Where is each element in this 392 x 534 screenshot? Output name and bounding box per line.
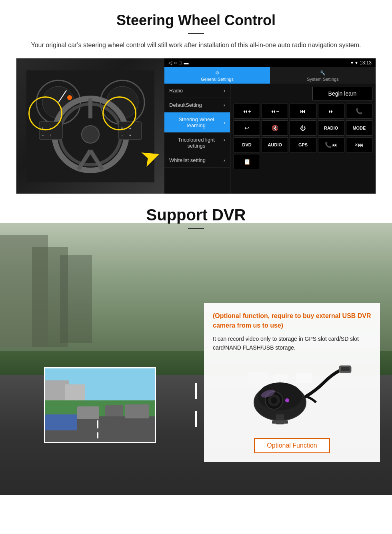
dvr-title: Support DVR [0, 206, 392, 224]
tab-system-settings[interactable]: 🔧 System Settings [270, 67, 376, 84]
vol-up-icon: ⏮+ [242, 108, 251, 114]
ctrl-vol-down[interactable]: ⏮− [262, 104, 288, 119]
ctrl-prev[interactable]: ⏮ [290, 104, 316, 119]
menu-whitelist-label: Whitelist setting [169, 157, 206, 163]
dvr-background: (Optional function, require to buy exter… [0, 223, 392, 495]
svg-rect-30 [77, 406, 99, 419]
dvr-icon: 📋 [244, 158, 250, 165]
svg-text:○: ○ [121, 134, 123, 137]
next-icon: ⏭ [328, 108, 334, 114]
android-panel: ◁ ○ □ ▬ ▾ ▾ 13:13 ⚙ General Settings 🔧 S… [164, 58, 376, 194]
svg-text:✦: ✦ [129, 134, 132, 137]
control-grid: ⏮+ ⏮− ⏮ ⏭ 📞 ↩ 🔇 ⏻ RADIO MODE DVD AUDIO [234, 104, 372, 169]
begin-learn-button[interactable]: Begin learn [312, 87, 372, 100]
menu-radio[interactable]: Radio › [164, 84, 230, 98]
android-tabs[interactable]: ⚙ General Settings 🔧 System Settings [164, 67, 376, 84]
dvr-divider [188, 228, 204, 229]
dvr-camera-image [213, 358, 371, 432]
system-icon: 🔧 [320, 70, 326, 76]
svg-rect-33 [45, 414, 77, 430]
phone-prev-icon: 📞⏮ [325, 142, 337, 148]
svg-point-12 [82, 126, 99, 143]
menu-tricoloured-arrow: › [224, 137, 225, 149]
dvr-screenshot-preview [44, 367, 156, 443]
menu-steering-label: Steering Wheel learning [169, 116, 224, 128]
road-marking-2 [195, 411, 197, 427]
begin-learn-row: Begin learn [234, 87, 372, 100]
svg-text:✦: ✦ [129, 127, 132, 130]
back-icon: ↩ [244, 125, 249, 131]
vol-down-icon: ⏮− [270, 108, 279, 114]
svg-rect-28 [97, 420, 98, 428]
ctrl-audio[interactable]: AUDIO [262, 137, 288, 152]
ctrl-next[interactable]: ⏭ [318, 104, 344, 119]
menu-radio-arrow: › [224, 88, 225, 94]
steering-ui-container: + − ↑ ↑ ⊟ ✦ ○ ✦ ➤ ◁ ○ □ [16, 58, 376, 194]
svg-rect-29 [97, 432, 98, 438]
tab-general-settings[interactable]: ⚙ General Settings [164, 67, 270, 84]
mute-next-icon: ×⏭ [355, 142, 364, 148]
menu-steering-arrow: › [224, 120, 225, 126]
nav-menu-icon: ▬ [184, 60, 189, 66]
ctrl-back[interactable]: ↩ [234, 120, 260, 136]
ctrl-dvd[interactable]: DVD [234, 137, 260, 152]
radio-label: RADIO [324, 126, 338, 130]
title-divider [188, 33, 204, 34]
svg-point-39 [285, 398, 289, 402]
svg-rect-43 [272, 420, 288, 424]
dvd-label: DVD [242, 142, 251, 147]
android-main-area: Begin learn ⏮+ ⏮− ⏮ ⏭ 📞 ↩ 🔇 ⏻ R [230, 84, 376, 194]
menu-default-arrow: › [224, 102, 225, 108]
ctrl-radio[interactable]: RADIO [318, 120, 344, 136]
ctrl-mute[interactable]: 🔇 [262, 120, 288, 136]
svg-rect-32 [125, 404, 149, 418]
optional-function-button[interactable]: Optional Function [254, 438, 330, 453]
svg-point-38 [271, 397, 277, 404]
ctrl-mute-next[interactable]: ×⏭ [346, 137, 372, 152]
menu-tricoloured-label: Tricoloured light settings [169, 137, 224, 149]
nav-square-icon: □ [179, 60, 182, 66]
ctrl-phone[interactable]: 📞 [346, 104, 372, 119]
steering-title: Steering Wheel Control [16, 12, 376, 29]
menu-tricoloured[interactable]: Tricoloured light settings › [164, 133, 230, 153]
menu-radio-label: Radio [169, 88, 183, 94]
gps-label: GPS [298, 142, 308, 147]
menu-default-setting[interactable]: DefaultSetting › [164, 98, 230, 112]
dvr-description: It can record video only to storage in G… [213, 334, 371, 352]
svg-rect-31 [105, 405, 123, 416]
nav-home-icon: ○ [174, 60, 177, 66]
steering-section: Steering Wheel Control Your original car… [0, 0, 392, 194]
ctrl-mode[interactable]: MODE [346, 120, 372, 136]
menu-steering-wheel[interactable]: Steering Wheel learning › [164, 112, 230, 133]
svg-rect-41 [341, 367, 350, 371]
steering-photo: + − ↑ ↑ ⊟ ✦ ○ ✦ ➤ [16, 58, 164, 194]
power-icon: ⏻ [300, 125, 306, 131]
highlight-right [102, 96, 136, 130]
ctrl-power[interactable]: ⏻ [290, 120, 316, 136]
prev-icon: ⏮ [300, 108, 306, 114]
screenshot-svg [45, 368, 156, 443]
android-content: Radio › DefaultSetting › Steering Wheel … [164, 84, 376, 194]
signal-icon: ▾ [351, 60, 353, 66]
svg-text:↑: ↑ [50, 134, 51, 137]
audio-label: AUDIO [268, 142, 282, 147]
tab-general-label: General Settings [201, 77, 234, 82]
nav-back-icon: ◁ [168, 60, 172, 66]
building-3 [60, 255, 92, 343]
ctrl-dvr-btn[interactable]: 📋 [234, 154, 260, 169]
status-time: 13:13 [360, 60, 372, 66]
dvr-info-box: (Optional function, require to buy exter… [204, 303, 380, 462]
menu-default-label: DefaultSetting [169, 102, 202, 108]
menu-whitelist[interactable]: Whitelist setting › [164, 153, 230, 168]
ctrl-phone-prev[interactable]: 📞⏮ [318, 137, 344, 152]
ctrl-vol-up[interactable]: ⏮+ [234, 104, 260, 119]
dvr-section: Support DVR [0, 194, 392, 495]
mute-icon: 🔇 [272, 125, 278, 131]
menu-whitelist-arrow: › [224, 157, 225, 163]
ctrl-gps[interactable]: GPS [290, 137, 316, 152]
dvr-optional-notice: (Optional function, require to buy exter… [213, 311, 371, 330]
tab-system-label: System Settings [307, 77, 338, 82]
svg-text:−: − [42, 133, 44, 137]
highlight-left [28, 96, 62, 130]
android-menu: Radio › DefaultSetting › Steering Wheel … [164, 84, 230, 194]
